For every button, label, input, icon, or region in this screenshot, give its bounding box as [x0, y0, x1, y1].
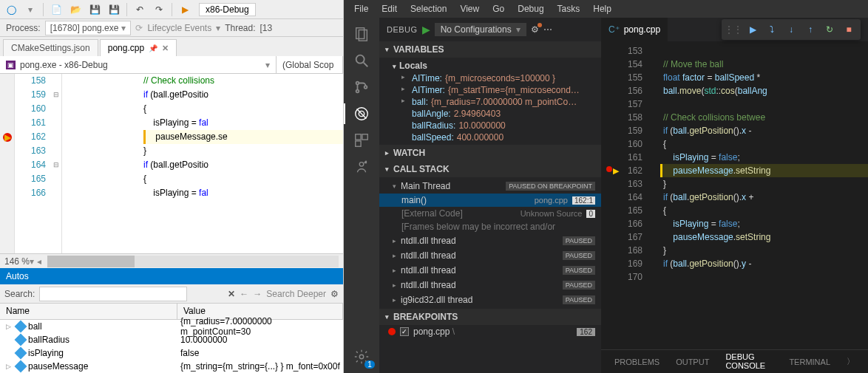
settings-gear-icon[interactable]: 1 [351, 346, 372, 367]
zoom-level[interactable]: 146 % [4, 256, 30, 267]
cpp-file-icon: C⁺ [608, 24, 620, 35]
stack-frame[interactable]: [External Code]Unknown Source0 [379, 207, 601, 220]
menu-edit[interactable]: Edit [376, 2, 403, 16]
panel-tab-debug-console[interactable]: DEBUG CONSOLE [718, 349, 780, 373]
stack-frame[interactable]: [Frames below may be incorrect and/or [379, 220, 601, 233]
restart-button[interactable]: ↻ [821, 21, 838, 38]
vs-code-editor[interactable]: ▶ 158159160161162163164165166 ⊟⊟ // Chec… [0, 74, 343, 253]
source-control-icon[interactable] [351, 77, 372, 97]
autos-row[interactable]: isPlayingfalse [0, 346, 343, 360]
vs-zoom-bar: 146 % ▾ ◂ [0, 253, 343, 268]
autos-row[interactable]: ▷pauseMessage{m_string={m_string={...} }… [0, 360, 343, 373]
autos-table: Name Value ▷ball{m_radius=7.00000000 m_p… [0, 304, 343, 373]
editor-tab[interactable]: pong.cpp📌✕ [100, 39, 177, 56]
breakpoints-section-header[interactable]: ▾BREAKPOINTS [379, 309, 601, 325]
clear-search-icon[interactable]: ✕ [228, 289, 235, 299]
breakpoint-line: 162 [577, 328, 595, 336]
breakpoint-checkbox[interactable]: ✓ [400, 327, 409, 336]
variable-row[interactable]: ▸AITimer: {m_startTime={m_microsecond… [379, 84, 601, 96]
menu-help[interactable]: Help [587, 2, 617, 16]
close-icon[interactable]: ✕ [162, 44, 169, 53]
select-startup-item-icon[interactable]: ▶ [177, 1, 193, 18]
debug-floating-toolbar[interactable]: ⋮⋮ ▶ ⤵ ↓ ↑ ↻ ■ [722, 19, 861, 40]
menu-debug[interactable]: Debug [512, 2, 549, 16]
search-deeper-button[interactable]: Search Deeper [266, 289, 326, 299]
step-into-button[interactable]: ↓ [782, 21, 800, 38]
forward-button[interactable]: ▾ [22, 1, 38, 18]
horizontal-scrollbar[interactable] [47, 256, 339, 267]
variable-row[interactable]: ▸AITime: {m_microseconds=100000 } [379, 72, 601, 84]
panel-expand-icon[interactable]: 〉 [839, 353, 862, 370]
variables-section-header[interactable]: ▾VARIABLES [379, 41, 601, 58]
variable-row[interactable]: ballAngle: 2.94960403 [379, 108, 601, 120]
menu-view[interactable]: View [454, 2, 485, 16]
vscode-pane: FileEditSelectionViewGoDebugTasksHelp 1 … [344, 0, 868, 373]
config-dropdown[interactable]: x86-Debug [199, 3, 256, 16]
toolbar-grip-icon[interactable]: ⋮⋮ [725, 24, 742, 35]
callstack-section-header[interactable]: ▾CALL STACK [379, 161, 601, 177]
debug-config-dropdown[interactable]: No Configurations ▾ [435, 23, 526, 36]
debug-console-icon[interactable]: ⋯ [543, 24, 552, 35]
editor-tab[interactable]: CMakeSettings.json [3, 39, 98, 56]
panel-tab-output[interactable]: OUTPUT [668, 355, 716, 369]
main-thread[interactable]: ▾ Main Thread PAUSED ON BREAKPOINT [379, 179, 601, 194]
scope-project-dropdown[interactable]: ▣ pong.exe - x86-Debug ▾ [0, 56, 277, 73]
breakpoint-icon[interactable] [606, 166, 612, 172]
editor-tab[interactable]: C⁺ pong.cpp [601, 18, 668, 41]
col-name[interactable]: Name [0, 304, 177, 319]
open-file-icon[interactable]: 📂 [67, 1, 84, 18]
menu-file[interactable]: File [348, 2, 374, 16]
menu-selection[interactable]: Selection [404, 2, 452, 16]
stack-frame[interactable]: main()pong.cpp162:1 [379, 194, 601, 207]
autos-search-bar: Search: ✕ ← → Search Deeper ⚙ [0, 284, 343, 304]
locals-group[interactable]: ▾Locals [379, 59, 601, 72]
variable-icon [15, 321, 27, 333]
variable-row[interactable]: ▸ball: {m_radius=7.00000000 m_pointCo… [379, 96, 601, 108]
undo-icon[interactable]: ↶ [132, 1, 148, 18]
back-button[interactable]: ◯ [3, 1, 19, 18]
debug-config-gear-icon[interactable]: ⚙ [531, 24, 539, 35]
svg-point-2 [356, 55, 365, 64]
debug-icon[interactable] [351, 103, 372, 124]
explorer-icon[interactable] [351, 24, 372, 44]
breakpoint-dot-icon [388, 328, 396, 335]
breakpoint-row[interactable]: ✓ pong.cpp \ 162 [379, 325, 601, 338]
menu-tasks[interactable]: Tasks [552, 2, 586, 16]
start-debug-button[interactable]: ▶ [422, 24, 430, 35]
thread-row[interactable]: ▸ntdll.dll threadPAUSED [379, 233, 601, 248]
search-icon[interactable] [351, 50, 372, 71]
continue-button[interactable]: ▶ [744, 21, 762, 38]
svg-point-5 [356, 90, 359, 93]
live-share-icon[interactable] [351, 157, 372, 177]
thread-row[interactable]: ▸ntdll.dll threadPAUSED [379, 278, 601, 292]
step-out-button[interactable]: ↑ [801, 21, 819, 38]
autos-row[interactable]: ballRadius10.0000000 [0, 333, 343, 346]
step-over-button[interactable]: ⤵ [763, 21, 781, 38]
thread-row[interactable]: ▸ntdll.dll threadPAUSED [379, 248, 601, 263]
variable-row[interactable]: ballSpeed: 400.000000 [379, 131, 601, 143]
panel-tab-terminal[interactable]: TERMINAL [781, 355, 838, 369]
new-file-icon[interactable]: 📄 [48, 1, 64, 18]
lifecycle-events[interactable]: Lifecycle Events [147, 23, 211, 33]
pin-icon[interactable]: 📌 [149, 44, 157, 52]
autos-panel-header[interactable]: Autos [0, 268, 343, 284]
save-all-icon[interactable]: 💾 [106, 1, 122, 18]
save-icon[interactable]: 💾 [87, 1, 103, 18]
extensions-icon[interactable] [351, 130, 372, 151]
debug-sidebar: DEBUG ▶ No Configurations ▾ ⚙ ⋯ ▾VARIABL… [379, 18, 601, 373]
watch-section-header[interactable]: ▸WATCH [379, 145, 601, 161]
menu-go[interactable]: Go [486, 2, 510, 16]
autos-row[interactable]: ▷ball{m_radius=7.00000000 m_pointCount=3… [0, 320, 343, 333]
autos-search-input[interactable] [39, 287, 187, 301]
scope-global-dropdown[interactable]: (Global Scop [277, 56, 343, 73]
stop-button[interactable]: ■ [840, 21, 858, 38]
settings-icon[interactable]: ⚙ [330, 289, 339, 299]
vscode-code-editor[interactable]: ▶ 15315415515615715815916016116216316416… [601, 44, 868, 349]
process-dropdown[interactable]: [16780] pong.exe▾ [45, 21, 132, 35]
redo-icon[interactable]: ↷ [151, 1, 167, 18]
vs-scope-bar: ▣ pong.exe - x86-Debug ▾ (Global Scop [0, 56, 343, 74]
variable-row[interactable]: ballRadius: 10.0000000 [379, 120, 601, 131]
panel-tab-problems[interactable]: PROBLEMS [607, 355, 667, 369]
thread-row[interactable]: ▸ntdll.dll threadPAUSED [379, 263, 601, 278]
thread-row[interactable]: ▸ig9icd32.dll threadPAUSED [379, 292, 601, 307]
